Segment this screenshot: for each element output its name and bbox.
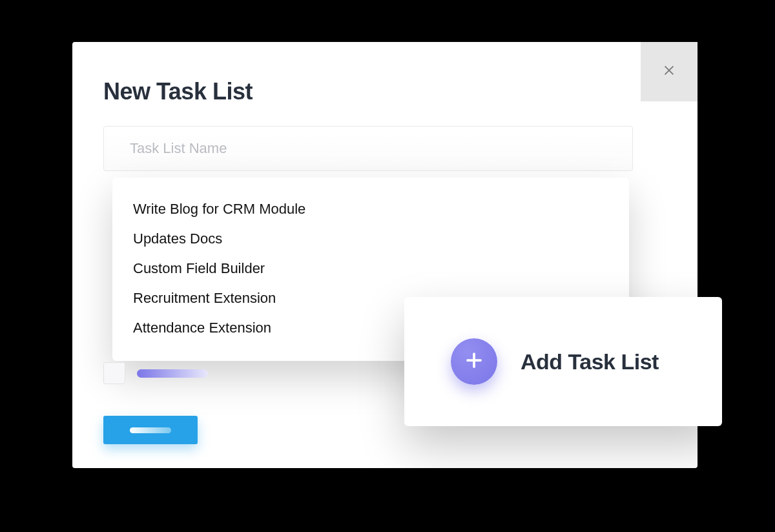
close-button[interactable]	[641, 42, 698, 101]
close-icon	[662, 63, 676, 80]
add-task-list-label: Add Task List	[521, 349, 659, 374]
option-row	[103, 362, 208, 384]
option-label-placeholder	[137, 369, 208, 378]
suggestion-item[interactable]: Write Blog for CRM Module	[112, 194, 629, 224]
option-checkbox[interactable]	[103, 362, 125, 384]
submit-button[interactable]	[103, 416, 198, 444]
suggestion-item[interactable]: Updates Docs	[112, 224, 629, 254]
modal-title: New Task List	[103, 78, 253, 105]
suggestion-item[interactable]: Custom Field Builder	[112, 254, 629, 283]
submit-label-placeholder	[130, 427, 171, 433]
add-task-list-card[interactable]: Add Task List	[404, 297, 722, 426]
plus-circle	[451, 338, 497, 385]
plus-icon	[464, 351, 484, 373]
task-list-name-input[interactable]	[103, 126, 633, 171]
